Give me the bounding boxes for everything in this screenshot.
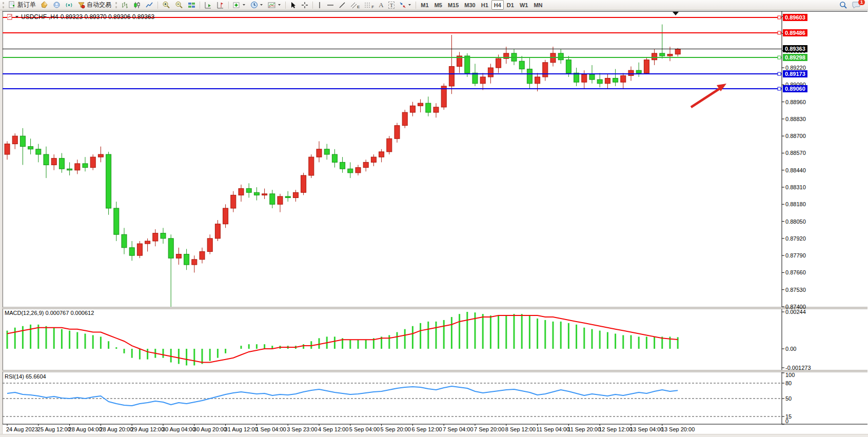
candle-up — [410, 106, 415, 112]
candle-down — [597, 80, 602, 84]
chevron-down-icon — [260, 4, 263, 6]
candle-down — [129, 248, 134, 255]
text-label-icon: T — [388, 2, 395, 9]
horizontal-line-button[interactable] — [325, 0, 336, 10]
timeframe-h1-button[interactable]: H1 — [479, 0, 491, 10]
zoom-out-button[interactable] — [173, 0, 185, 10]
line-chart-button[interactable] — [144, 0, 155, 10]
line-chart-icon — [146, 2, 153, 9]
timeframe-m30-button[interactable]: M30 — [462, 0, 478, 10]
candle-up — [223, 208, 228, 224]
trendline-button[interactable] — [337, 0, 348, 10]
candle-down — [636, 70, 641, 73]
toolbar-separator — [312, 2, 313, 9]
price-tick-label: 0.87920 — [785, 235, 806, 242]
line-handle-0.89060[interactable] — [778, 87, 781, 90]
timeframe-mn-button[interactable]: MN — [531, 0, 545, 10]
candle-down — [44, 154, 49, 165]
crosshair-button[interactable] — [299, 0, 310, 10]
candle-down — [67, 169, 72, 170]
price-line-badge: 0.89298 — [783, 54, 807, 61]
toolbar-grip[interactable] — [115, 2, 117, 8]
arrows-button[interactable] — [397, 0, 413, 10]
candle-down — [348, 169, 353, 173]
equidistant-channel-button[interactable]: E — [348, 0, 362, 10]
arrow-annotation-shaft[interactable] — [691, 88, 720, 107]
price-tick-label: 0.87400 — [785, 304, 806, 310]
line-handle-0.89173[interactable] — [778, 72, 781, 75]
price-tick-label: 0.88310 — [785, 184, 806, 190]
indicators-button[interactable] — [231, 0, 248, 10]
autotrading-icon — [77, 1, 85, 9]
chevron-down-icon — [408, 4, 411, 6]
candle-up — [394, 126, 400, 139]
metaeditor-button[interactable] — [38, 0, 50, 10]
timeframe-m15-button[interactable]: M15 — [445, 0, 461, 10]
candle-up — [231, 195, 236, 208]
timeframe-w1-button[interactable]: W1 — [517, 0, 531, 10]
text-label-button[interactable]: T — [386, 0, 397, 10]
fibonacci-button[interactable]: F — [362, 0, 376, 10]
autotrading-button[interactable]: 自动交易 — [75, 0, 113, 10]
window-left-edge — [0, 10, 3, 434]
candle-up — [207, 239, 212, 252]
fibonacci-icon — [364, 2, 371, 9]
price-line-badge: 0.89486 — [783, 29, 807, 36]
mql5-community-button[interactable] — [51, 0, 63, 10]
candle-down — [465, 56, 470, 73]
chart-title-symbol: USDCHF-,H4 — [21, 13, 58, 21]
candle-up — [535, 77, 540, 84]
toolbar-separator — [200, 2, 200, 9]
toolbar-grip[interactable] — [3, 2, 4, 8]
fibo-letter: F — [371, 5, 374, 9]
chart-canvas[interactable] — [0, 0, 868, 437]
chart-shift-icon — [216, 2, 224, 9]
candle-down — [106, 154, 111, 208]
line-handle-0.89486[interactable] — [778, 31, 781, 34]
cursor-button[interactable] — [288, 0, 299, 10]
candle-down — [83, 164, 88, 168]
templates-button[interactable] — [266, 0, 283, 10]
candle-up — [488, 68, 493, 77]
timeframe-h4-button[interactable]: H4 — [491, 0, 504, 10]
timeframe-m1-button[interactable]: M1 — [418, 0, 431, 10]
chevron-down-icon — [15, 15, 19, 18]
zoom-in-button[interactable] — [160, 0, 172, 10]
timeframe-m5-button[interactable]: M5 — [432, 0, 445, 10]
line-handle-0.89298[interactable] — [778, 56, 781, 59]
price-tick-label: 0.88440 — [785, 167, 806, 173]
bars-chart-icon — [121, 2, 129, 9]
metaeditor-icon — [41, 1, 48, 9]
chart-shift-button[interactable] — [214, 0, 226, 10]
tile-windows-button[interactable] — [186, 0, 198, 10]
candle-down — [270, 194, 275, 204]
candle-up — [433, 107, 439, 112]
bars-chart-button[interactable] — [119, 0, 131, 10]
signals-button[interactable] — [63, 0, 75, 10]
periods-button[interactable] — [248, 0, 265, 10]
timeframe-d1-button[interactable]: D1 — [504, 0, 517, 10]
signals-icon — [65, 1, 73, 9]
chart-title-ohlc: 0.89323 0.89370 0.89306 0.89363 — [61, 13, 155, 21]
auto-scroll-button[interactable] — [202, 0, 214, 10]
candle-down — [36, 149, 41, 154]
candle-up — [239, 189, 244, 195]
candle-up — [605, 78, 610, 84]
new-order-button[interactable]: 新订单 — [6, 0, 38, 10]
vertical-line-button[interactable] — [315, 0, 324, 10]
candle-down — [340, 162, 345, 169]
vertical-line-icon — [317, 2, 322, 9]
candlestick-chart-button[interactable] — [131, 0, 143, 10]
line-handle-0.89603[interactable] — [778, 16, 781, 19]
indicators-icon — [233, 2, 241, 9]
toolbar-separator — [228, 2, 229, 9]
candle-down — [184, 254, 189, 265]
text-button[interactable]: A — [377, 0, 385, 10]
chart-shift-marker[interactable] — [673, 12, 679, 15]
candle-up — [363, 162, 368, 167]
notifications-button[interactable]: 1 — [850, 0, 863, 10]
candle-down — [161, 233, 166, 239]
search-button[interactable] — [837, 0, 850, 10]
candle-down — [59, 158, 64, 169]
trendline-icon — [339, 2, 346, 9]
